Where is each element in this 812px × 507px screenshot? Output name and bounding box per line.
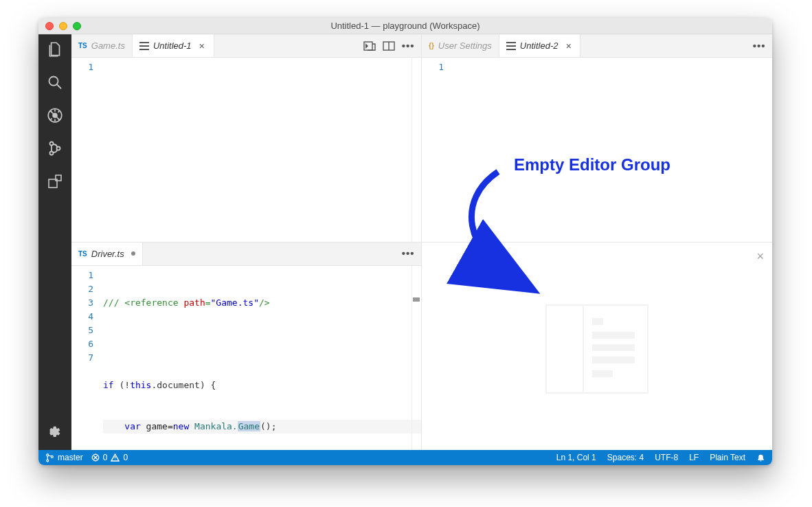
warning-count: 0 [123, 453, 128, 462]
svg-point-4 [50, 152, 54, 155]
close-window-icon[interactable] [45, 22, 54, 30]
branch-name: master [58, 453, 83, 462]
empty-editor-group[interactable]: × [422, 243, 772, 451]
status-encoding[interactable]: UTF-8 [655, 453, 678, 462]
tab-user-settings[interactable]: {} User Settings [422, 34, 499, 57]
tab-bar: TS Game.ts Untitled-1 × [71, 34, 421, 58]
tab-driver-ts[interactable]: TS Driver.ts [71, 243, 143, 265]
tab-untitled-1[interactable]: Untitled-1 × [133, 34, 214, 57]
svg-rect-13 [592, 332, 635, 339]
svg-rect-11 [583, 305, 584, 393]
typescript-icon: TS [78, 250, 87, 258]
svg-point-2 [52, 113, 58, 118]
typescript-icon: TS [78, 42, 87, 49]
close-group-icon[interactable]: × [756, 249, 764, 264]
close-tab-icon[interactable]: × [197, 41, 207, 51]
status-cursor[interactable]: Ln 1, Col 1 [556, 453, 596, 462]
tab-label: Game.ts [91, 41, 125, 51]
status-notifications-icon[interactable] [756, 453, 765, 462]
editor-area: TS Game.ts Untitled-1 × [71, 34, 772, 450]
explorer-icon[interactable] [45, 40, 65, 59]
editor-group-top-left: TS Game.ts Untitled-1 × [71, 34, 422, 243]
text-file-icon [506, 42, 516, 50]
minimize-window-icon[interactable] [59, 22, 67, 30]
window-title: Untitled-1 — playground (Workspace) [38, 21, 772, 31]
close-tab-icon[interactable]: × [563, 41, 573, 51]
svg-point-17 [47, 453, 49, 455]
editor-body[interactable]: 1 2 3 4 5 6 7 /// <reference path="Game.… [71, 266, 421, 451]
tab-untitled-2[interactable]: Untitled-2 × [499, 34, 581, 57]
overview-ruler [411, 266, 421, 451]
error-count: 0 [103, 453, 108, 462]
editor-group-bottom-left: TS Driver.ts ••• 1 2 3 [71, 243, 422, 451]
split-editor-icon[interactable] [383, 40, 395, 52]
compare-changes-icon[interactable] [363, 40, 376, 52]
status-bar: master 0 0 Ln 1, Col 1 Spaces: 4 UTF-8 L… [38, 450, 772, 465]
code-area[interactable] [100, 58, 421, 242]
tab-bar: {} User Settings Untitled-2 × ••• [422, 34, 772, 58]
status-language[interactable]: Plain Text [710, 453, 745, 462]
svg-point-0 [49, 77, 58, 86]
tab-label: User Settings [438, 41, 492, 51]
extensions-icon[interactable] [45, 172, 65, 191]
overview-ruler [411, 58, 421, 242]
tab-game-ts[interactable]: TS Game.ts [71, 34, 133, 57]
svg-rect-14 [592, 344, 635, 351]
gear-icon[interactable] [45, 422, 65, 442]
svg-rect-15 [592, 357, 635, 363]
maximize-window-icon[interactable] [73, 22, 81, 30]
code-area[interactable]: /// <reference path="Game.ts"/> if (!thi… [100, 266, 421, 451]
line-number-gutter: 1 2 3 4 5 6 7 [71, 266, 100, 451]
tab-label: Driver.ts [91, 249, 124, 259]
text-file-icon [139, 42, 149, 50]
more-actions-icon[interactable]: ••• [402, 40, 414, 52]
editor-body[interactable]: 1 [422, 58, 772, 242]
tab-bar: TS Driver.ts ••• [71, 243, 421, 266]
tab-label: Untitled-2 [520, 41, 559, 51]
window-controls [45, 22, 81, 30]
svg-point-18 [47, 460, 49, 462]
empty-editor-placeholder-icon [545, 304, 649, 396]
more-actions-icon[interactable]: ••• [753, 40, 765, 52]
debug-icon[interactable] [45, 106, 65, 125]
svg-rect-12 [592, 318, 603, 325]
json-icon: {} [429, 42, 434, 49]
code-area[interactable] [451, 58, 772, 242]
dirty-indicator-icon [131, 251, 135, 256]
svg-rect-16 [592, 370, 613, 377]
tab-label: Untitled-1 [153, 41, 192, 51]
status-eol[interactable]: LF [689, 453, 699, 462]
app-window: Untitled-1 — playground (Workspace) [38, 18, 772, 465]
line-number-gutter: 1 [422, 58, 451, 242]
svg-point-3 [50, 142, 54, 146]
status-indentation[interactable]: Spaces: 4 [607, 453, 644, 462]
more-actions-icon[interactable]: ••• [402, 247, 414, 260]
status-branch[interactable]: master [45, 453, 83, 462]
status-problems[interactable]: 0 0 [91, 453, 128, 462]
editor-body[interactable]: 1 [71, 58, 421, 242]
titlebar: Untitled-1 — playground (Workspace) [38, 18, 772, 34]
editor-group-top-right: {} User Settings Untitled-2 × ••• [422, 34, 772, 243]
editor-group-bottom-right: × [422, 243, 772, 451]
activity-bar [38, 34, 71, 450]
source-control-icon[interactable] [45, 139, 65, 158]
line-number-gutter: 1 [71, 58, 100, 242]
search-icon[interactable] [45, 73, 65, 92]
